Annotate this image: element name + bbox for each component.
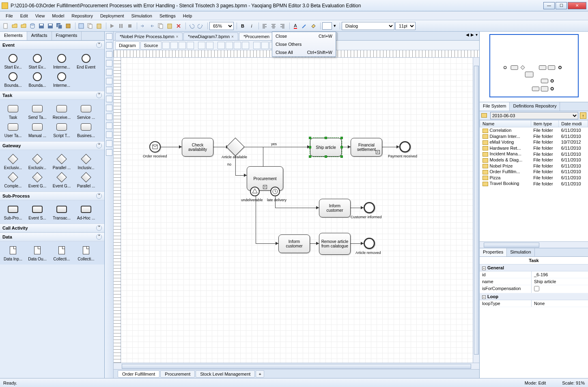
palette-item[interactable]: Interme...	[50, 53, 73, 69]
maximize-button[interactable]: ☐	[556, 2, 567, 9]
subtab-diagram[interactable]: Diagram	[115, 41, 140, 49]
file-row[interactable]: Models & Diag...File folder6/11/2010	[480, 157, 588, 163]
task-check-availability[interactable]: Check availability	[182, 138, 213, 157]
boundary-event[interactable]	[270, 187, 280, 196]
vtool-icon[interactable]	[106, 149, 112, 156]
vertical-scrollbar[interactable]	[473, 58, 479, 363]
selection-handle[interactable]	[309, 155, 311, 158]
bold-icon[interactable]: B	[239, 22, 247, 30]
menu-repository[interactable]: Repository	[68, 13, 96, 19]
path-select[interactable]: 2010-06-03	[490, 112, 578, 119]
doc-tab[interactable]: *Procuremen	[239, 32, 274, 40]
end-event[interactable]	[399, 141, 411, 153]
vtool-icon[interactable]	[106, 51, 112, 58]
tab-fragments[interactable]: Fragments	[52, 32, 82, 40]
sequence-flow[interactable]	[275, 208, 319, 208]
palette-item[interactable]: Sub-Pro...	[2, 204, 24, 220]
vtool-icon[interactable]	[106, 114, 112, 120]
property-row[interactable]: isForCompensation	[480, 285, 588, 293]
property-group[interactable]: −Loop	[480, 293, 588, 300]
zoom-in-icon[interactable]	[218, 42, 225, 49]
palette-item[interactable]: Collecti...	[50, 245, 73, 261]
up-folder-icon[interactable]: ↑	[580, 112, 586, 119]
close-button[interactable]: ✕	[568, 2, 586, 9]
chevron-up-icon[interactable]: ˄	[96, 193, 102, 199]
palette-header-callactivity[interactable]: Call Activity˅	[0, 224, 104, 232]
doc-tab[interactable]: *Nobel Prize Process.bpmn×	[115, 32, 183, 40]
col-type[interactable]: Item type	[531, 120, 559, 127]
select-icon[interactable]	[162, 42, 170, 49]
export-icon[interactable]	[64, 22, 72, 30]
menu-simulation[interactable]: Simulation	[128, 13, 155, 19]
chevron-up-icon[interactable]: ˄	[96, 92, 102, 98]
file-row[interactable]: Travel BookingFile folder6/11/2010	[480, 181, 588, 187]
tab-file-system[interactable]: File System	[480, 102, 510, 111]
vtool-icon[interactable]	[106, 105, 112, 111]
align-right-icon[interactable]	[278, 22, 286, 30]
menu-edit[interactable]: Edit	[17, 13, 31, 19]
sequence-flow[interactable]	[242, 147, 310, 147]
file-list-scrollbar[interactable]	[480, 241, 588, 248]
paste2-icon[interactable]	[166, 22, 174, 30]
menu-settings[interactable]: Settings	[156, 13, 179, 19]
palette-header-gateway[interactable]: Gateway˄	[0, 141, 104, 150]
palette-item[interactable]: Exclusiv...	[2, 153, 24, 170]
task-remove-article[interactable]: Remove article from calatogue	[319, 233, 351, 255]
cut-icon[interactable]	[77, 22, 85, 30]
palette-item[interactable]: Comple...	[2, 172, 24, 188]
boundary-event[interactable]	[250, 187, 260, 196]
palette-item[interactable]: Parallel ...	[50, 153, 73, 170]
hand-icon[interactable]	[179, 42, 186, 49]
task-inform-customer[interactable]: Inform customer	[278, 234, 310, 253]
grid-icon[interactable]	[198, 42, 205, 49]
selection-handle[interactable]	[340, 137, 343, 139]
overview-panel[interactable]	[480, 32, 588, 102]
palette-item[interactable]: Start Ev...	[2, 53, 24, 69]
palette-item[interactable]: Data Inp...	[2, 245, 24, 261]
tab-simulation[interactable]: Simulation	[507, 248, 534, 256]
paste-icon[interactable]	[95, 22, 103, 30]
menu-help[interactable]: Help	[180, 13, 196, 19]
vtool-icon[interactable]	[106, 78, 112, 84]
file-row[interactable]: Nobel PrizeFile folder6/11/2010	[480, 163, 588, 169]
palette-item[interactable]: Event S...	[26, 204, 49, 220]
save-icon[interactable]	[37, 22, 45, 30]
palette-item[interactable]: Exclusiv...	[26, 153, 49, 170]
copy2-icon[interactable]	[157, 22, 165, 30]
palette-item[interactable]: Interme...	[50, 71, 73, 88]
step-in-icon[interactable]	[139, 22, 147, 30]
tab-definitions-repository[interactable]: Definitions Repository	[510, 102, 560, 111]
property-row[interactable]: loopTypeNone	[480, 300, 588, 307]
palette-header-task[interactable]: Task˄	[0, 91, 104, 100]
property-group[interactable]: −General	[480, 264, 588, 271]
snap-icon[interactable]	[206, 42, 213, 49]
add-tab-button[interactable]: +	[256, 370, 264, 378]
menu-close-all[interactable]: Close AllCtrl+Shift+W	[272, 48, 336, 56]
open-folder-icon[interactable]	[19, 22, 28, 30]
palette-item[interactable]: User Ta...	[2, 121, 24, 138]
doc-tab[interactable]: *newDiagram7.bpmn×	[183, 32, 238, 40]
horizontal-scrollbar[interactable]	[114, 363, 479, 369]
tab-elements[interactable]: Elements	[0, 32, 27, 40]
file-row[interactable]: CorrelationFile folder6/11/2010	[480, 127, 588, 133]
chevron-up-icon[interactable]: ˄	[96, 234, 102, 240]
file-row[interactable]: PizzaFile folder6/11/2010	[480, 175, 588, 181]
menu-close-others[interactable]: Close Others	[272, 40, 336, 48]
vtool-icon[interactable]	[106, 33, 112, 40]
move-icon[interactable]	[187, 42, 194, 49]
pointer-icon[interactable]	[170, 42, 178, 49]
bottom-tab[interactable]: Order Fulfillment	[118, 370, 159, 378]
save-as-icon[interactable]	[46, 22, 54, 30]
menu-model[interactable]: Model	[49, 13, 67, 19]
selection-handle[interactable]	[325, 155, 327, 158]
align-icon[interactable]	[253, 42, 261, 49]
font-size-select[interactable]: 11pt	[395, 22, 416, 30]
menu-file[interactable]: File	[2, 13, 16, 19]
exclusive-gateway[interactable]	[229, 140, 242, 153]
selection-handle[interactable]	[340, 146, 343, 148]
selection-handle[interactable]	[340, 155, 343, 158]
menu-view[interactable]: View	[32, 13, 48, 19]
play-icon[interactable]	[108, 22, 116, 30]
tab-list-icon[interactable]: ▾	[476, 32, 478, 37]
chevron-up-icon[interactable]: ˄	[96, 143, 102, 148]
